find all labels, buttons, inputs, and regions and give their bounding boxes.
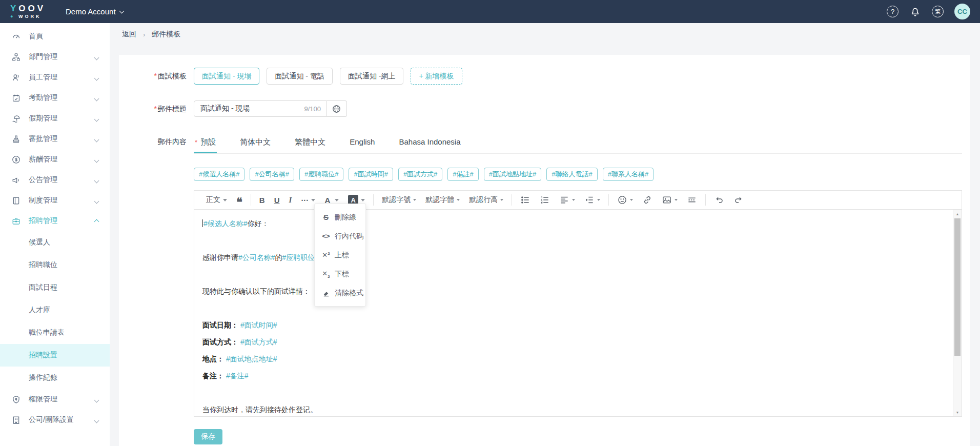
editor-bold-text: 地点：: [202, 355, 224, 363]
sidebar-item-公司/團隊設置[interactable]: 公司/團隊設置: [0, 410, 110, 430]
placeholder-chip[interactable]: #面試時間#: [349, 168, 393, 181]
sidebar-item-審批管理[interactable]: 審批管理: [0, 129, 110, 149]
horizontal-rule-icon: [687, 195, 697, 205]
sidebar-subitem-面試日程[interactable]: 面試日程: [0, 276, 110, 299]
notifications-bell-icon[interactable]: [909, 6, 921, 17]
editor-text: 现特此与你确认以下的面试详情：: [202, 287, 310, 295]
user-avatar[interactable]: CC: [954, 4, 970, 19]
scrollbar-thumb[interactable]: [954, 218, 961, 356]
editor-paragraph: [202, 384, 945, 401]
tab-简体中文[interactable]: 简体中文: [239, 134, 272, 153]
tab-繁體中文[interactable]: 繁體中文: [294, 134, 326, 153]
placeholder-tag: #备注#: [226, 372, 249, 380]
underline-button[interactable]: U: [270, 193, 284, 207]
language-icon[interactable]: 繁: [932, 6, 944, 17]
chevron-down-icon: [94, 158, 99, 163]
insert-image-button[interactable]: [657, 193, 682, 207]
save-button[interactable]: 保存: [194, 429, 222, 444]
chevron-down-icon: [94, 398, 99, 403]
placeholder-chip[interactable]: #備註#: [447, 168, 478, 181]
sidebar-item-label: 薪酬管理: [29, 155, 57, 164]
font-size-select[interactable]: 默認字號: [377, 193, 421, 207]
template-option-button[interactable]: 面試通知 - 現場: [194, 68, 259, 85]
placeholder-chip[interactable]: #公司名稱#: [250, 168, 294, 181]
topbar-actions: ? 繁 CC: [887, 4, 980, 19]
align-button[interactable]: [555, 193, 580, 207]
sidebar-subitem-職位申請表[interactable]: 職位申請表: [0, 321, 110, 344]
sidebar-item-label: 公司/團隊設置: [29, 415, 74, 424]
indent-button[interactable]: [580, 193, 605, 207]
yoov-work-logo[interactable]: YOOV ● WORK: [0, 4, 62, 19]
required-asterisk: *: [195, 138, 197, 146]
sidebar-subitem-候選人[interactable]: 候選人: [0, 231, 110, 254]
template-options: 面試通知 - 現場面試通知 - 電話面試通知 -網上+ 新增模板: [194, 68, 962, 85]
sidebar-subitem-人才庫[interactable]: 人才庫: [0, 299, 110, 321]
placeholder-chip[interactable]: #面試地點地址#: [484, 168, 541, 181]
editor-scrollbar[interactable]: ▲ ▼: [953, 210, 962, 416]
sidebar-subitem-操作紀錄[interactable]: 操作紀錄: [0, 367, 110, 389]
emoji-icon: [617, 195, 627, 205]
undo-button[interactable]: [709, 193, 729, 207]
blockquote-button[interactable]: ❝: [232, 193, 247, 207]
subject-input[interactable]: 面試通知 - 現場 9/100: [194, 100, 326, 117]
emoji-button[interactable]: [612, 193, 638, 207]
menu-item-下標[interactable]: ✕2下標: [315, 265, 365, 283]
sidebar-item-公告管理[interactable]: 公告管理: [0, 170, 110, 190]
menu-item-清除格式[interactable]: 清除格式: [315, 283, 365, 302]
sidebar-item-首頁[interactable]: 首頁: [0, 26, 110, 47]
placeholder-chip[interactable]: #應聘職位#: [299, 168, 343, 181]
bold-button[interactable]: B: [255, 193, 270, 207]
sidebar-item-招聘管理[interactable]: 招聘管理: [0, 211, 110, 231]
insert-divider-button[interactable]: [682, 193, 702, 207]
menu-item-行內代碼[interactable]: <>行內代碼: [315, 227, 365, 246]
line-height-select[interactable]: 默認行高: [464, 193, 508, 207]
sidebar-item-制度管理[interactable]: 制度管理: [0, 190, 110, 211]
sidebar-item-label: 首頁: [29, 32, 43, 41]
tab-Bahasa Indonesia[interactable]: Bahasa Indonesia: [398, 134, 461, 153]
placeholder-chip[interactable]: #候選人名稱#: [194, 168, 244, 181]
caret-down-icon: [361, 199, 365, 201]
breadcrumb-back-link[interactable]: 返回: [122, 30, 136, 39]
toolbar-divider: [251, 194, 251, 206]
template-option-button[interactable]: 面試通知 - 電話: [267, 68, 332, 85]
scroll-down-arrow[interactable]: ▼: [953, 408, 962, 416]
template-option-button[interactable]: 面試通知 -網上: [340, 68, 404, 85]
menu-item-上標[interactable]: ✕2上標: [315, 246, 365, 265]
ordered-list-button[interactable]: [535, 193, 555, 207]
placeholder-tag: #面试方式#: [240, 338, 277, 346]
placeholder-chip[interactable]: #聯系人名稱#: [603, 168, 654, 181]
sidebar-item-員工管理[interactable]: 員工管理: [0, 67, 110, 88]
account-switcher[interactable]: Demo Account: [66, 7, 124, 16]
insert-link-button[interactable]: [638, 193, 657, 207]
sidebar-item-考勤管理[interactable]: 考勤管理: [0, 88, 110, 108]
translate-globe-button[interactable]: [326, 100, 347, 117]
sidebar-item-假期管理[interactable]: 假期管理: [0, 108, 110, 129]
content-tabs-row: 郵件內容 * 預設简体中文繁體中文EnglishBahasa Indonesia: [149, 134, 962, 154]
placeholder-tag: #面试地点地址#: [226, 355, 277, 363]
placeholder-chip[interactable]: #聯絡人電話#: [546, 168, 597, 181]
sidebar-item-薪酬管理[interactable]: 薪酬管理: [0, 149, 110, 170]
paragraph-style-button[interactable]: 正文: [201, 193, 232, 207]
sidebar-item-部門管理[interactable]: 部門管理: [0, 47, 110, 67]
menu-item-刪除線[interactable]: S刪除線: [315, 208, 365, 227]
sidebar-item-label: 審批管理: [29, 134, 57, 144]
redo-icon: [733, 195, 744, 205]
editor-text-area[interactable]: #候选人名称#你好：感谢你申请#公司名称#的#应聘职位#一职。现特此与你确认以下…: [194, 210, 953, 416]
sidebar-subitem-招聘設置[interactable]: 招聘設置: [0, 344, 110, 367]
tab-English[interactable]: English: [349, 134, 376, 153]
clear-format-icon: [321, 289, 331, 297]
sidebar-subitem-招聘職位[interactable]: 招聘職位: [0, 254, 110, 276]
language-tabs: * 預設简体中文繁體中文EnglishBahasa Indonesia: [194, 134, 962, 154]
bullet-list-button[interactable]: [516, 193, 535, 207]
sidebar-subitem-label: 操作紀錄: [29, 373, 57, 382]
font-family-select[interactable]: 默認字體: [421, 193, 464, 207]
placeholder-chip[interactable]: #面試方式#: [398, 168, 442, 181]
scroll-up-arrow[interactable]: ▲: [953, 210, 962, 218]
editor-body[interactable]: #候选人名称#你好：感谢你申请#公司名称#的#应聘职位#一职。现特此与你确认以下…: [194, 210, 962, 416]
italic-button[interactable]: I: [284, 193, 297, 207]
add-template-button[interactable]: + 新增模板: [411, 68, 462, 85]
redo-button[interactable]: [729, 193, 748, 207]
tab-預設[interactable]: * 預設: [194, 134, 217, 153]
help-icon[interactable]: ?: [887, 6, 899, 17]
sidebar-item-權限管理[interactable]: 權限管理: [0, 389, 110, 410]
